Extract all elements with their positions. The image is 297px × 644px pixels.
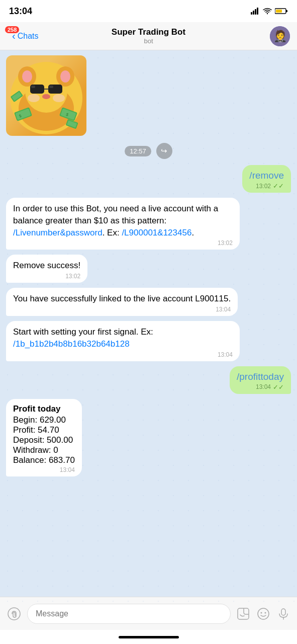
msg-instructions-time: 13:02: [218, 239, 233, 247]
msg-profittoday-time: 13:04: [256, 383, 271, 390]
nav-bar: 258 ‹ Chats Super Trading Bot bot 🤵: [0, 22, 297, 50]
svg-point-14: [22, 70, 32, 83]
svg-rect-2: [255, 9, 256, 15]
msg-remove-success: Remove success! 13:02: [6, 255, 291, 283]
msg-remove-meta: 13:02 ✓✓: [249, 182, 284, 190]
msg-bot-instructions: In order to use this Bot, you need a liv…: [6, 198, 291, 250]
svg-rect-38: [238, 608, 249, 619]
svg-point-39: [258, 608, 269, 619]
svg-text:🤵: 🤵: [273, 29, 287, 43]
bubble-remove: /remove 13:02 ✓✓: [242, 165, 291, 193]
bottom-bar: [0, 597, 297, 630]
status-time: 13:04: [9, 6, 32, 17]
msg-remove-time: 13:02: [256, 183, 271, 190]
send-area: [235, 605, 292, 622]
message-input[interactable]: [27, 604, 231, 624]
profit-profit: Profit: 54.70: [13, 425, 75, 435]
battery-icon: [275, 8, 288, 15]
svg-rect-3: [257, 8, 258, 15]
msg-remove-check: ✓✓: [273, 182, 284, 190]
emoji-button[interactable]: [255, 605, 272, 622]
svg-point-23: [28, 94, 40, 102]
msg-signal-time: 13:04: [218, 351, 233, 358]
msg-linked-text: You have successfully linked to the live…: [13, 293, 231, 305]
nav-title: Super Trading Bot: [112, 27, 185, 37]
svg-rect-42: [281, 609, 285, 615]
msg-linked-meta: 13:04: [13, 306, 231, 313]
forward-icon[interactable]: ↪: [156, 143, 172, 159]
status-bar: 13:04: [0, 0, 297, 22]
svg-rect-6: [286, 10, 287, 12]
msg-remove: /remove 13:02 ✓✓: [6, 165, 291, 193]
msg-profittoday: /profittoday 13:04 ✓✓: [6, 366, 291, 394]
sticker: $ $: [6, 55, 86, 136]
bubble-profittoday: /profittoday 13:04 ✓✓: [230, 366, 291, 394]
svg-point-37: [8, 608, 20, 620]
back-label: Chats: [18, 32, 39, 41]
chat-area: $ $ 12:57 ↪ /remove 13:02 ✓✓: [0, 50, 297, 597]
profit-time: 13:04: [60, 466, 75, 473]
msg-instructions-text: In order to use this Bot, you need a liv…: [13, 203, 233, 238]
home-indicator: [0, 630, 297, 644]
signal-icon: [251, 8, 260, 15]
bubble-remove-success: Remove success! 13:02: [6, 255, 87, 283]
profit-deposit: Deposit: 500.00: [13, 435, 75, 445]
msg-linked-time: 13:04: [216, 306, 231, 313]
svg-rect-21: [49, 86, 53, 88]
hamster-sticker: $ $: [6, 55, 86, 136]
svg-point-4: [267, 13, 268, 14]
msg-instructions-meta: 13:02: [13, 239, 233, 247]
bubble-linked: You have successfully linked to the live…: [6, 288, 238, 316]
nav-avatar[interactable]: 🤵: [270, 26, 290, 46]
svg-rect-1: [253, 11, 254, 15]
bubble-profit: Profit today Begin: 629.00 Profit: 54.70…: [6, 399, 82, 476]
svg-rect-7: [276, 10, 282, 13]
back-button[interactable]: 258 ‹ Chats: [7, 30, 38, 42]
msg-profittoday-text: /profittoday: [237, 371, 284, 382]
svg-point-40: [261, 612, 262, 613]
attach-button[interactable]: [5, 605, 23, 623]
msg-success-text: Remove success!: [13, 260, 80, 272]
profit-begin: Begin: 629.00: [13, 415, 75, 425]
msg-success-meta: 13:02: [13, 273, 80, 280]
time-bubble: 12:57 ↪: [6, 143, 291, 159]
avatar-image: 🤵: [270, 26, 290, 46]
time-pill: 12:57: [125, 146, 151, 156]
svg-rect-0: [251, 12, 252, 15]
svg-point-16: [60, 70, 70, 83]
back-badge: 258: [5, 26, 19, 33]
sticker-button[interactable]: [235, 605, 252, 622]
msg-signal-meta: 13:04: [13, 351, 233, 358]
nav-center: Super Trading Bot bot: [112, 27, 185, 45]
nav-subtitle: bot: [112, 37, 185, 45]
bubble-instructions: In order to use this Bot, you need a liv…: [6, 198, 240, 250]
sticker-area: $ $: [6, 55, 291, 136]
svg-point-41: [265, 612, 266, 613]
profit-meta: 13:04: [13, 466, 75, 473]
emoji-icon: [257, 607, 270, 620]
msg-remove-text: /remove: [249, 170, 284, 181]
profit-title: Profit today: [13, 404, 75, 414]
mic-icon: [277, 607, 290, 620]
sticker-icon: [237, 607, 250, 620]
bubble-signal: Start with setting your first signal. Ex…: [6, 321, 240, 361]
svg-point-22: [42, 94, 50, 99]
svg-point-24: [53, 94, 65, 102]
profit-balance: Balance: 683.70: [13, 455, 75, 465]
profit-withdraw: Withdraw: 0: [13, 445, 75, 455]
msg-profittoday-meta: 13:04 ✓✓: [237, 383, 284, 391]
msg-linked: You have successfully linked to the live…: [6, 288, 291, 316]
msg-signal: Start with setting your first signal. Ex…: [6, 321, 291, 361]
svg-rect-20: [31, 86, 35, 88]
msg-profittoday-check: ✓✓: [273, 383, 284, 391]
mic-button[interactable]: [275, 605, 292, 622]
wifi-icon: [263, 8, 272, 15]
home-bar: [119, 636, 179, 638]
attach-icon: [8, 607, 21, 620]
msg-signal-text: Start with setting your first signal. Ex…: [13, 326, 233, 350]
msg-profit-card: Profit today Begin: 629.00 Profit: 54.70…: [6, 399, 291, 476]
msg-success-time: 13:02: [65, 273, 80, 280]
status-icons: [251, 8, 288, 15]
